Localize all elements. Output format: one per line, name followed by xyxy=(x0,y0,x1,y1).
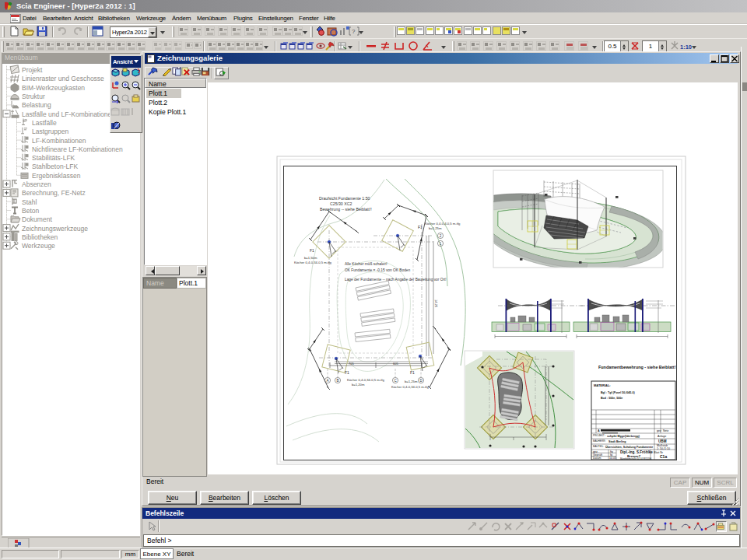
svg-text:F1: F1 xyxy=(418,225,423,229)
svg-text:Männheimstraße 44 44 8855596: Männheimstraße 44 44 8855596 xyxy=(620,457,652,460)
svg-text:A: A xyxy=(598,429,600,432)
svg-text:b=1,25m: b=1,25m xyxy=(405,380,418,383)
svg-text:F1: F1 xyxy=(345,370,349,375)
svg-text:14,25: 14,25 xyxy=(434,299,438,308)
svg-text:PROJEKT :: PROJEKT : xyxy=(593,434,606,437)
svg-text:C1a: C1a xyxy=(660,454,667,459)
svg-text:Bewehrung -- siehe Beiblatt!!: Bewehrung -- siehe Beiblatt!! xyxy=(320,207,372,212)
svg-text:1:10: 1:10 xyxy=(680,44,692,51)
svg-text:Stabilitäts-LFK: Stabilitäts-LFK xyxy=(32,154,75,162)
svg-text:Zeichnungswerkzeuge: Zeichnungswerkzeuge xyxy=(22,225,88,233)
svg-text:Bibliotheken: Bibliotheken xyxy=(22,233,58,241)
svg-text:Köcher 0,4-0,34-0,5 m-tfg: Köcher 0,4-0,34-0,5 m-tfg xyxy=(294,261,331,264)
svg-text:schpfei Mgge(lderbergg): schpfei Mgge(lderbergg) xyxy=(607,435,640,438)
svg-text:Stadt Berling: Stadt Berling xyxy=(608,440,626,443)
svg-text:Fundamentbewehrung - siehe Bei: Fundamentbewehrung - siehe Beiblatt! xyxy=(598,365,676,369)
svg-text:Dokument: Dokument xyxy=(22,215,52,223)
svg-text:Bod : 500e, 500e: Bod : 500e, 500e xyxy=(601,397,622,400)
svg-text:Werkzeuge: Werkzeuge xyxy=(22,242,55,250)
svg-text:C25/30 XC2: C25/30 XC2 xyxy=(330,201,352,206)
svg-text:Datum: Datum xyxy=(593,457,601,460)
svg-text:BAUTEIL:: BAUTEIL: xyxy=(593,445,604,448)
svg-text:Köcher 0,4-0,34-0,5 m-tfg: Köcher 0,4-0,34-0,5 m-tfg xyxy=(391,385,429,389)
svg-text:10.05: 10.05 xyxy=(609,457,616,460)
svg-text:Lastfälle: Lastfälle xyxy=(32,119,57,127)
svg-text:1: 50,/1:10: 1: 50,/1:10 xyxy=(657,447,670,450)
svg-text:605: 605 xyxy=(393,362,398,366)
svg-text:Lastfälle und LF-Kombinationen: Lastfälle und LF-Kombinationen xyxy=(22,110,115,118)
svg-text:Köcher 0,4-0,4-0,5 m-tfg: Köcher 0,4-0,4-0,5 m-tfg xyxy=(425,222,461,226)
svg-text:BAUHERR:: BAUHERR: xyxy=(593,439,606,443)
svg-text:Berechnung, FE-Netz: Berechnung, FE-Netz xyxy=(22,189,86,197)
svg-text:A: A xyxy=(326,379,328,383)
svg-text:fty: fty xyxy=(610,450,613,453)
svg-text:Lastgruppen: Lastgruppen xyxy=(32,128,69,135)
svg-text:gez: gez xyxy=(657,429,661,432)
svg-text:Lage der Fundamente -- nach An: Lage der Fundamente -- nach Angabe der B… xyxy=(345,278,447,282)
svg-text:Stahl: Stahl xyxy=(22,198,37,206)
svg-text:Blatt Nr: Blatt Nr xyxy=(654,451,664,454)
svg-text:Projekt: Projekt xyxy=(22,66,43,74)
svg-text:b=1,25m: b=1,25m xyxy=(429,226,442,230)
svg-text:Nichtlineare LF-Kombinationen: Nichtlineare LF-Kombinationen xyxy=(32,145,123,153)
svg-text:Struktur: Struktur xyxy=(22,93,45,100)
svg-text:MATERIAL:: MATERIAL: xyxy=(594,383,611,387)
svg-text:Draufsicht Fundamente 1:50: Draufsicht Fundamente 1:50 xyxy=(319,196,370,201)
svg-text:BIM-Werkzeugkasten: BIM-Werkzeugkasten xyxy=(22,84,85,92)
svg-text:F1: F1 xyxy=(310,248,314,253)
svg-text:F1: F1 xyxy=(410,370,415,375)
svg-text:UBM: UBM xyxy=(658,439,667,443)
svg-text:Linienraster und Geschosse: Linienraster und Geschosse xyxy=(22,75,104,83)
svg-text:OK Fundamente = -0,15 von OK B: OK Fundamente = -0,15 von OK Boden xyxy=(345,268,410,272)
svg-text:Absenzen: Absenzen xyxy=(22,180,51,188)
svg-text:705: 705 xyxy=(349,362,354,366)
svg-text:Stahlbeton-LFK: Stahlbeton-LFK xyxy=(32,163,78,171)
svg-text:Anlage: Anlage xyxy=(658,435,666,438)
svg-text:Bgl : Tgf (Povel 50,/045-0): Bgl : Tgf (Povel 50,/045-0) xyxy=(601,391,636,394)
svg-text:Beton: Beton xyxy=(22,207,39,215)
svg-text:Ergebnisklassen: Ergebnisklassen xyxy=(32,172,81,180)
svg-text:b=1,20m: b=1,20m xyxy=(352,383,365,387)
svg-text:b=1,50m: b=1,50m xyxy=(304,256,317,260)
svg-text:Alle Köcher müß schalen!: Alle Köcher müß schalen! xyxy=(345,262,388,266)
svg-text:B: B xyxy=(336,379,338,383)
svg-text:Belastung: Belastung xyxy=(22,101,51,109)
svg-text:gez.: gez. xyxy=(593,450,598,453)
svg-text:Netz: Netz xyxy=(663,429,669,432)
svg-text:Köcher 0,4-0,34-0,5 m-tfg: Köcher 0,4-0,34-0,5 m-tfg xyxy=(347,378,384,382)
svg-text:LF-Kombinationen: LF-Kombinationen xyxy=(32,137,86,145)
svg-text:Übersichten, Schalung Fundamen: Übersichten, Schalung Fundamente xyxy=(605,445,653,449)
svg-text:?: ? xyxy=(352,28,356,35)
